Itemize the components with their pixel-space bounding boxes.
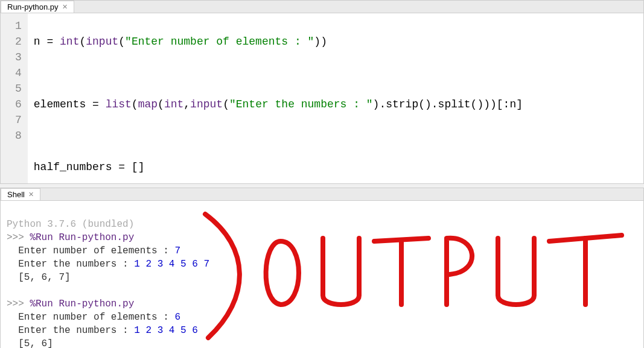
shell-line: >>> %Run Run-python.py [7, 232, 134, 243]
close-icon[interactable]: ✕ [28, 191, 34, 198]
line-number: 4 [15, 65, 22, 81]
line-number: 7 [15, 112, 22, 128]
line-number: 5 [15, 81, 22, 96]
shell-line: Enter number of elements : 7 [7, 245, 180, 256]
line-number: 3 [15, 49, 22, 65]
editor-tabs: Run-python.py ✕ [1, 1, 643, 13]
shell-version: Python 3.7.6 (bundled) [7, 219, 134, 230]
shell-line: Enter number of elements : 6 [7, 312, 180, 323]
shell-line: Enter the numbers : 1 2 3 4 5 6 7 [7, 259, 209, 270]
editor-tab-label: Run-python.py [7, 2, 59, 11]
editor-panel: Run-python.py ✕ 1 2 3 4 5 6 7 8 n = int(… [0, 0, 644, 184]
code-line: elements = list(map(int,input("Enter the… [34, 96, 637, 112]
line-number: 1 [15, 18, 22, 34]
shell-tab[interactable]: Shell ✕ [1, 188, 40, 200]
shell-output: [5, 6, 7] [7, 272, 71, 283]
shell-panel: Shell ✕ Python 3.7.6 (bundled) >>> %Run … [0, 188, 644, 348]
shell-line: >>> %Run Run-python.py [7, 299, 134, 309]
code-area[interactable]: n = int(input("Enter number of elements … [28, 13, 643, 183]
code-line: n = int(input("Enter number of elements … [34, 34, 637, 49]
editor-tab-run-python[interactable]: Run-python.py ✕ [1, 1, 74, 13]
line-number: 6 [15, 96, 22, 112]
line-number: 8 [15, 128, 22, 144]
code-line [34, 128, 637, 144]
line-number-gutter: 1 2 3 4 5 6 7 8 [1, 13, 28, 183]
editor-body[interactable]: 1 2 3 4 5 6 7 8 n = int(input("Enter num… [1, 13, 643, 183]
code-line [34, 65, 637, 81]
shell-tabs: Shell ✕ [1, 188, 643, 201]
shell-body[interactable]: Python 3.7.6 (bundled) >>> %Run Run-pyth… [1, 201, 643, 348]
shell-line: Enter the numbers : 1 2 3 4 5 6 [7, 325, 198, 336]
shell-tab-label: Shell [7, 190, 25, 199]
code-line: half_numbers = [] [34, 159, 637, 175]
line-number: 2 [15, 34, 22, 49]
shell-output: [5, 6] [7, 338, 53, 348]
close-icon[interactable]: ✕ [62, 3, 68, 11]
